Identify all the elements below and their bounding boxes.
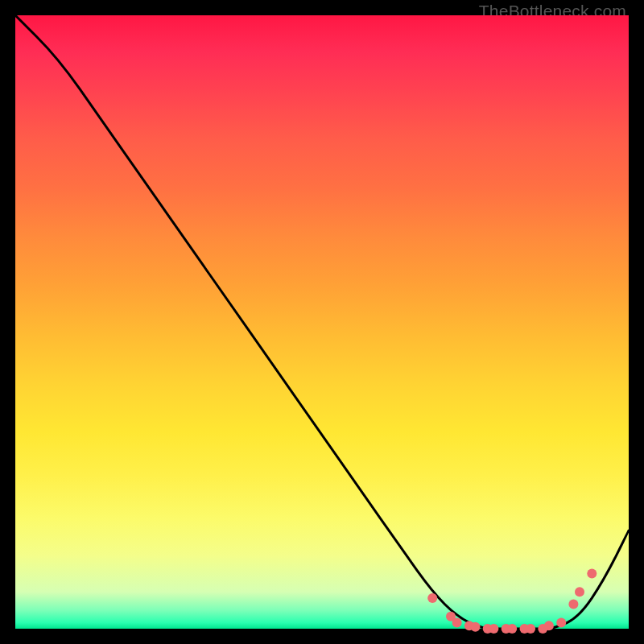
chart-frame: TheBottleneck.com xyxy=(0,0,644,644)
highlight-dot xyxy=(471,622,481,632)
bottleneck-curve-path xyxy=(15,15,629,629)
highlight-dot xyxy=(526,624,535,634)
optimal-range-dots xyxy=(427,568,597,634)
highlight-dot xyxy=(507,624,517,634)
highlight-dot xyxy=(544,621,554,630)
highlight-dot xyxy=(575,587,584,597)
highlight-dot xyxy=(587,568,597,578)
highlight-dot xyxy=(568,600,578,609)
highlight-dot xyxy=(427,593,437,603)
highlight-dot xyxy=(556,617,566,627)
curve-group xyxy=(15,15,629,629)
highlight-dot xyxy=(452,617,462,627)
bottleneck-curve-svg xyxy=(15,15,629,629)
highlight-dot xyxy=(489,624,498,634)
plot-area xyxy=(15,15,629,629)
